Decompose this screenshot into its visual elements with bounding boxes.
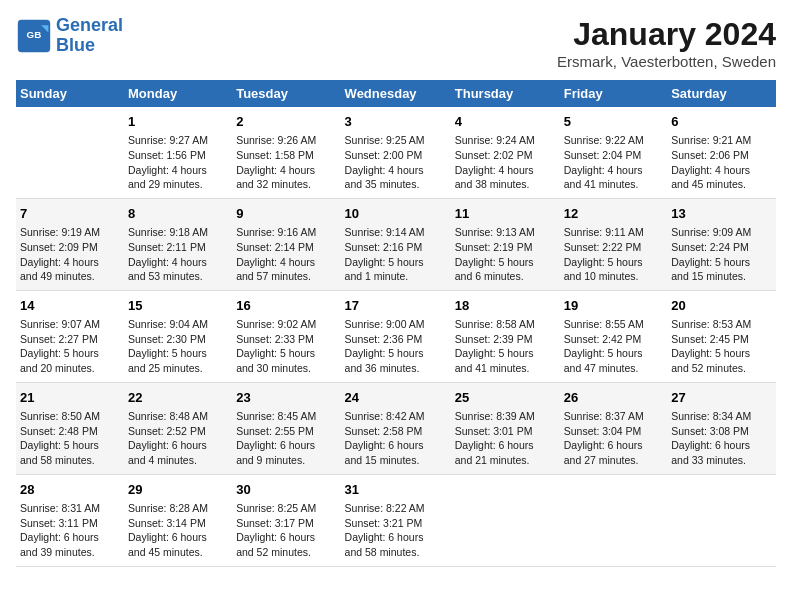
day-number: 26 [564,389,663,407]
day-cell: 23Sunrise: 8:45 AM Sunset: 2:55 PM Dayli… [232,382,340,474]
day-number: 16 [236,297,336,315]
day-cell: 27Sunrise: 8:34 AM Sunset: 3:08 PM Dayli… [667,382,776,474]
day-cell: 31Sunrise: 8:22 AM Sunset: 3:21 PM Dayli… [341,474,451,566]
day-cell [451,474,560,566]
day-cell: 2Sunrise: 9:26 AM Sunset: 1:58 PM Daylig… [232,107,340,198]
calendar-table: SundayMondayTuesdayWednesdayThursdayFrid… [16,80,776,567]
day-info: Sunrise: 9:09 AM Sunset: 2:24 PM Dayligh… [671,225,772,284]
day-info: Sunrise: 9:27 AM Sunset: 1:56 PM Dayligh… [128,133,228,192]
day-cell: 24Sunrise: 8:42 AM Sunset: 2:58 PM Dayli… [341,382,451,474]
day-number: 7 [20,205,120,223]
header-monday: Monday [124,80,232,107]
header-tuesday: Tuesday [232,80,340,107]
day-cell: 3Sunrise: 9:25 AM Sunset: 2:00 PM Daylig… [341,107,451,198]
day-cell: 28Sunrise: 8:31 AM Sunset: 3:11 PM Dayli… [16,474,124,566]
page-title: January 2024 [557,16,776,53]
day-cell: 4Sunrise: 9:24 AM Sunset: 2:02 PM Daylig… [451,107,560,198]
day-cell [16,107,124,198]
day-info: Sunrise: 8:31 AM Sunset: 3:11 PM Dayligh… [20,501,120,560]
day-number: 17 [345,297,447,315]
day-info: Sunrise: 9:07 AM Sunset: 2:27 PM Dayligh… [20,317,120,376]
day-number: 11 [455,205,556,223]
day-info: Sunrise: 8:34 AM Sunset: 3:08 PM Dayligh… [671,409,772,468]
title-area: January 2024 Ersmark, Vaesterbotten, Swe… [557,16,776,70]
day-info: Sunrise: 8:25 AM Sunset: 3:17 PM Dayligh… [236,501,336,560]
logo-icon: GB [16,18,52,54]
day-info: Sunrise: 8:28 AM Sunset: 3:14 PM Dayligh… [128,501,228,560]
day-cell: 13Sunrise: 9:09 AM Sunset: 2:24 PM Dayli… [667,198,776,290]
day-number: 22 [128,389,228,407]
week-row-0: 1Sunrise: 9:27 AM Sunset: 1:56 PM Daylig… [16,107,776,198]
day-number: 27 [671,389,772,407]
day-number: 6 [671,113,772,131]
header-wednesday: Wednesday [341,80,451,107]
day-cell: 25Sunrise: 8:39 AM Sunset: 3:01 PM Dayli… [451,382,560,474]
svg-text:GB: GB [27,29,42,40]
day-number: 25 [455,389,556,407]
day-number: 28 [20,481,120,499]
week-row-1: 7Sunrise: 9:19 AM Sunset: 2:09 PM Daylig… [16,198,776,290]
day-info: Sunrise: 8:22 AM Sunset: 3:21 PM Dayligh… [345,501,447,560]
day-cell: 1Sunrise: 9:27 AM Sunset: 1:56 PM Daylig… [124,107,232,198]
day-info: Sunrise: 9:21 AM Sunset: 2:06 PM Dayligh… [671,133,772,192]
day-number: 21 [20,389,120,407]
day-info: Sunrise: 8:50 AM Sunset: 2:48 PM Dayligh… [20,409,120,468]
logo: GB GeneralBlue [16,16,123,56]
day-info: Sunrise: 8:55 AM Sunset: 2:42 PM Dayligh… [564,317,663,376]
day-info: Sunrise: 9:00 AM Sunset: 2:36 PM Dayligh… [345,317,447,376]
day-info: Sunrise: 9:16 AM Sunset: 2:14 PM Dayligh… [236,225,336,284]
day-info: Sunrise: 8:39 AM Sunset: 3:01 PM Dayligh… [455,409,556,468]
day-cell: 11Sunrise: 9:13 AM Sunset: 2:19 PM Dayli… [451,198,560,290]
day-cell: 21Sunrise: 8:50 AM Sunset: 2:48 PM Dayli… [16,382,124,474]
day-number: 8 [128,205,228,223]
day-cell: 7Sunrise: 9:19 AM Sunset: 2:09 PM Daylig… [16,198,124,290]
day-info: Sunrise: 9:22 AM Sunset: 2:04 PM Dayligh… [564,133,663,192]
day-number: 2 [236,113,336,131]
day-cell: 16Sunrise: 9:02 AM Sunset: 2:33 PM Dayli… [232,290,340,382]
header-sunday: Sunday [16,80,124,107]
day-info: Sunrise: 9:13 AM Sunset: 2:19 PM Dayligh… [455,225,556,284]
header-friday: Friday [560,80,667,107]
day-cell: 6Sunrise: 9:21 AM Sunset: 2:06 PM Daylig… [667,107,776,198]
day-number: 9 [236,205,336,223]
day-cell: 22Sunrise: 8:48 AM Sunset: 2:52 PM Dayli… [124,382,232,474]
week-row-2: 14Sunrise: 9:07 AM Sunset: 2:27 PM Dayli… [16,290,776,382]
day-info: Sunrise: 9:02 AM Sunset: 2:33 PM Dayligh… [236,317,336,376]
day-info: Sunrise: 9:24 AM Sunset: 2:02 PM Dayligh… [455,133,556,192]
day-cell [667,474,776,566]
day-number: 4 [455,113,556,131]
day-cell: 15Sunrise: 9:04 AM Sunset: 2:30 PM Dayli… [124,290,232,382]
day-cell: 29Sunrise: 8:28 AM Sunset: 3:14 PM Dayli… [124,474,232,566]
day-cell: 26Sunrise: 8:37 AM Sunset: 3:04 PM Dayli… [560,382,667,474]
day-cell: 14Sunrise: 9:07 AM Sunset: 2:27 PM Dayli… [16,290,124,382]
day-cell: 10Sunrise: 9:14 AM Sunset: 2:16 PM Dayli… [341,198,451,290]
day-number: 15 [128,297,228,315]
day-number: 30 [236,481,336,499]
day-cell: 12Sunrise: 9:11 AM Sunset: 2:22 PM Dayli… [560,198,667,290]
day-cell: 18Sunrise: 8:58 AM Sunset: 2:39 PM Dayli… [451,290,560,382]
day-cell: 20Sunrise: 8:53 AM Sunset: 2:45 PM Dayli… [667,290,776,382]
day-number: 31 [345,481,447,499]
day-number: 19 [564,297,663,315]
calendar-header-row: SundayMondayTuesdayWednesdayThursdayFrid… [16,80,776,107]
day-cell: 5Sunrise: 9:22 AM Sunset: 2:04 PM Daylig… [560,107,667,198]
day-number: 18 [455,297,556,315]
day-info: Sunrise: 9:11 AM Sunset: 2:22 PM Dayligh… [564,225,663,284]
day-info: Sunrise: 8:48 AM Sunset: 2:52 PM Dayligh… [128,409,228,468]
day-number: 29 [128,481,228,499]
calendar-body: 1Sunrise: 9:27 AM Sunset: 1:56 PM Daylig… [16,107,776,566]
day-info: Sunrise: 9:18 AM Sunset: 2:11 PM Dayligh… [128,225,228,284]
day-info: Sunrise: 8:37 AM Sunset: 3:04 PM Dayligh… [564,409,663,468]
day-number: 13 [671,205,772,223]
day-info: Sunrise: 9:25 AM Sunset: 2:00 PM Dayligh… [345,133,447,192]
day-info: Sunrise: 9:26 AM Sunset: 1:58 PM Dayligh… [236,133,336,192]
day-number: 10 [345,205,447,223]
day-cell: 17Sunrise: 9:00 AM Sunset: 2:36 PM Dayli… [341,290,451,382]
day-info: Sunrise: 8:42 AM Sunset: 2:58 PM Dayligh… [345,409,447,468]
week-row-3: 21Sunrise: 8:50 AM Sunset: 2:48 PM Dayli… [16,382,776,474]
day-info: Sunrise: 9:04 AM Sunset: 2:30 PM Dayligh… [128,317,228,376]
day-number: 24 [345,389,447,407]
day-number: 20 [671,297,772,315]
day-info: Sunrise: 8:45 AM Sunset: 2:55 PM Dayligh… [236,409,336,468]
header-thursday: Thursday [451,80,560,107]
